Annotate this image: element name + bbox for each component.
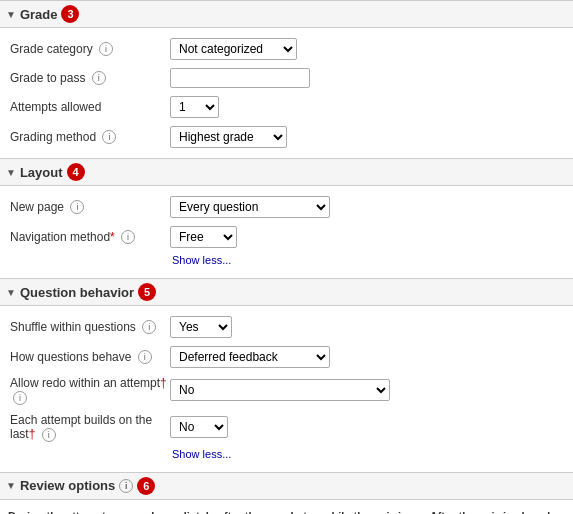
layout-section-title: Layout	[20, 165, 63, 180]
grade-category-row: Grade category i Not categorized	[0, 34, 573, 64]
grading-method-row: Grading method i Highest grade	[0, 122, 573, 152]
each-attempt-label: Each attempt builds on the last† i	[10, 413, 170, 442]
review-col3-header: Later, while the quiz is still open	[287, 506, 426, 514]
shuffle-select[interactable]: Yes	[170, 316, 232, 338]
grade-to-pass-row: Grade to pass i	[0, 64, 573, 92]
allow-redo-info-icon[interactable]: i	[13, 391, 27, 405]
question-behavior-section-header[interactable]: ▼ Question behavior 5	[0, 278, 573, 306]
shuffle-info-icon[interactable]: i	[142, 320, 156, 334]
review-options-badge: 6	[137, 477, 155, 495]
attempts-allowed-select[interactable]: 1	[170, 96, 219, 118]
review-col4-header: After the quiz is closed	[426, 506, 565, 514]
question-behavior-show-less[interactable]: Show less...	[0, 446, 573, 466]
allow-redo-row: Allow redo within an attempt† i No	[0, 372, 573, 409]
how-behave-label: How questions behave i	[10, 350, 170, 365]
shuffle-row: Shuffle within questions i Yes	[0, 312, 573, 342]
question-behavior-section: ▼ Question behavior 5 Shuffle within que…	[0, 278, 573, 472]
question-behavior-toggle-icon: ▼	[6, 287, 16, 298]
how-behave-info-icon[interactable]: i	[138, 350, 152, 364]
review-options-section-header[interactable]: ▼ Review options i 6	[0, 472, 573, 500]
grade-badge: 3	[61, 5, 79, 23]
each-attempt-select[interactable]: No	[170, 416, 228, 438]
layout-badge: 4	[67, 163, 85, 181]
navigation-method-row: Navigation method* i Free	[0, 222, 573, 252]
attempts-allowed-row: Attempts allowed 1	[0, 92, 573, 122]
review-options-body: During the attempt Immediately after the…	[0, 500, 573, 514]
navigation-method-info-icon[interactable]: i	[121, 230, 135, 244]
grade-category-label: Grade category i	[10, 42, 170, 57]
layout-section-header[interactable]: ▼ Layout 4	[0, 158, 573, 186]
layout-section-body: New page i Every question Navigation met…	[0, 186, 573, 278]
layout-section: ▼ Layout 4 New page i Every question Nav…	[0, 158, 573, 278]
each-attempt-info-icon[interactable]: i	[42, 428, 56, 442]
review-options-section: ▼ Review options i 6 During the attempt …	[0, 472, 573, 514]
each-attempt-row: Each attempt builds on the last† i No	[0, 409, 573, 446]
grade-category-info-icon[interactable]: i	[99, 42, 113, 56]
grade-section-title: Grade	[20, 7, 58, 22]
grade-category-select[interactable]: Not categorized	[170, 38, 297, 60]
review-options-section-title: Review options	[20, 478, 115, 493]
grade-section-header[interactable]: ▼ Grade 3	[0, 0, 573, 28]
review-col2-header: Immediately after the attempt	[147, 506, 286, 514]
review-options-toggle-icon: ▼	[6, 480, 16, 491]
question-behavior-section-title: Question behavior	[20, 285, 134, 300]
new-page-label: New page i	[10, 200, 170, 215]
new-page-row: New page i Every question	[0, 192, 573, 222]
new-page-select[interactable]: Every question	[170, 196, 330, 218]
grading-method-label: Grading method i	[10, 130, 170, 145]
allow-redo-label: Allow redo within an attempt† i	[10, 376, 170, 405]
attempts-allowed-label: Attempts allowed	[10, 100, 170, 114]
layout-toggle-icon: ▼	[6, 167, 16, 178]
grade-section-body: Grade category i Not categorized Grade t…	[0, 28, 573, 158]
question-behavior-body: Shuffle within questions i Yes How quest…	[0, 306, 573, 472]
navigation-method-select[interactable]: Free	[170, 226, 237, 248]
review-grid: During the attempt Immediately after the…	[8, 506, 565, 514]
review-col1-header: During the attempt	[8, 506, 147, 514]
grade-section: ▼ Grade 3 Grade category i Not categoriz…	[0, 0, 573, 158]
grade-toggle-icon: ▼	[6, 9, 16, 20]
grade-to-pass-input[interactable]	[170, 68, 310, 88]
review-options-info-icon[interactable]: i	[119, 479, 133, 493]
new-page-info-icon[interactable]: i	[70, 200, 84, 214]
shuffle-label: Shuffle within questions i	[10, 320, 170, 335]
navigation-method-label: Navigation method* i	[10, 230, 170, 245]
grading-method-select[interactable]: Highest grade	[170, 126, 287, 148]
grading-method-info-icon[interactable]: i	[102, 130, 116, 144]
layout-show-less[interactable]: Show less...	[0, 252, 573, 272]
question-behavior-badge: 5	[138, 283, 156, 301]
how-behave-select[interactable]: Deferred feedback	[170, 346, 330, 368]
grade-to-pass-label: Grade to pass i	[10, 71, 170, 86]
grade-to-pass-info-icon[interactable]: i	[92, 71, 106, 85]
how-behave-row: How questions behave i Deferred feedback	[0, 342, 573, 372]
allow-redo-select[interactable]: No	[170, 379, 390, 401]
